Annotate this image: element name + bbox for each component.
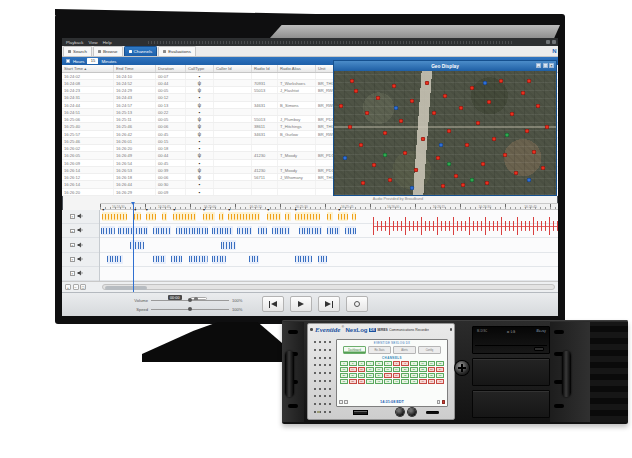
channel-cell[interactable]: 9 <box>410 361 418 366</box>
channel-cell[interactable]: 35 <box>428 373 436 378</box>
waveform-segment[interactable] <box>173 212 196 221</box>
geo-display-titlebar[interactable]: Geo Display –□× <box>334 61 556 71</box>
track-checkbox[interactable]: × <box>70 214 75 219</box>
map-marker-red[interactable] <box>426 82 429 85</box>
menu-item-help[interactable]: Help <box>103 40 112 45</box>
speaker-icon[interactable] <box>77 242 83 249</box>
map-marker-red[interactable] <box>392 84 395 87</box>
loop-button[interactable] <box>346 296 368 312</box>
channel-cell[interactable]: 23 <box>428 367 436 372</box>
channel-cell[interactable]: 45 <box>410 379 418 384</box>
map-marker-red[interactable] <box>361 181 364 184</box>
track-checkbox[interactable]: × <box>70 271 75 276</box>
volume-slider[interactable] <box>151 300 229 301</box>
timespan-checkbox[interactable] <box>66 59 70 63</box>
waveform-segment[interactable] <box>101 226 115 235</box>
column-header[interactable]: Radio Alias <box>278 65 316 72</box>
channel-cell[interactable]: 19 <box>393 367 401 372</box>
channel-cell[interactable]: 44 <box>401 379 409 384</box>
waveform-segment[interactable] <box>327 226 341 235</box>
waveform-segment[interactable] <box>295 212 320 221</box>
map-marker-red[interactable] <box>515 171 518 174</box>
geo-window-button[interactable]: × <box>549 63 554 68</box>
map-marker-red[interactable] <box>492 138 495 141</box>
map-marker-blue[interactable] <box>483 82 486 85</box>
channel-cell[interactable]: 25 <box>340 373 348 378</box>
alert-icon[interactable] <box>442 400 446 404</box>
column-header[interactable]: Start Time ▴ <box>62 65 114 72</box>
map-marker-red[interactable] <box>488 101 491 104</box>
waveform-segment[interactable] <box>203 212 215 221</box>
column-header[interactable]: Duration <box>156 65 186 72</box>
map-marker-red[interactable] <box>355 89 358 92</box>
waveform-segment[interactable] <box>352 212 357 221</box>
channel-cell[interactable]: 3 <box>358 361 366 366</box>
track-checkbox[interactable]: × <box>70 229 75 234</box>
map-marker-red[interactable] <box>444 94 447 97</box>
channel-cell[interactable]: 36 <box>436 373 444 378</box>
map-marker-green[interactable] <box>470 179 473 182</box>
channel-cell[interactable]: 32 <box>401 373 409 378</box>
map-marker-red[interactable] <box>432 112 435 115</box>
map-marker-red[interactable] <box>477 122 480 125</box>
waveform-segment[interactable] <box>189 255 207 264</box>
channel-cell[interactable]: 31 <box>393 373 401 378</box>
map-marker-red[interactable] <box>537 104 540 107</box>
map-marker-red[interactable] <box>339 104 342 107</box>
map-marker-red[interactable] <box>366 112 369 115</box>
screen-button-alerts[interactable]: Alerts <box>393 346 416 354</box>
map-marker-red[interactable] <box>526 129 529 132</box>
channel-cell[interactable]: 30 <box>384 373 392 378</box>
track-checkbox[interactable]: × <box>70 243 75 248</box>
column-header[interactable]: Caller Id <box>214 65 252 72</box>
channel-cell[interactable]: 40 <box>366 379 374 384</box>
channel-cell[interactable]: 10 <box>419 361 427 366</box>
column-header[interactable]: End Time <box>114 65 156 72</box>
rack-handle-left[interactable] <box>285 351 294 397</box>
settings-icon[interactable] <box>437 400 441 404</box>
tab-evaluations[interactable]: Evaluations <box>158 46 196 56</box>
playhead[interactable] <box>133 203 134 292</box>
menu-item-view[interactable]: View <box>88 40 97 45</box>
screen-button-config[interactable]: Config <box>418 346 441 354</box>
waveform-segment[interactable] <box>162 212 167 221</box>
map-marker-green[interactable] <box>448 163 451 166</box>
channel-cell[interactable]: 2 <box>349 361 357 366</box>
minimize-icon[interactable] <box>546 40 550 44</box>
speed-slider[interactable] <box>151 309 229 310</box>
map-marker-red[interactable] <box>528 79 531 82</box>
map-marker-red[interactable] <box>521 92 524 95</box>
channel-cell[interactable]: 41 <box>375 379 383 384</box>
channel-cell[interactable]: 8 <box>401 361 409 366</box>
speaker-icon[interactable] <box>77 213 83 220</box>
waveform-segment[interactable] <box>338 212 348 221</box>
waveform-segment[interactable] <box>318 255 327 264</box>
screen-button-re-stats[interactable]: Re-Stats <box>368 346 391 354</box>
channel-cell[interactable]: 14 <box>349 367 357 372</box>
zoom-button[interactable]: □ <box>80 284 86 290</box>
waveform-segment[interactable] <box>153 255 167 264</box>
waveform-segment[interactable] <box>212 226 233 235</box>
scrollbar-thumb[interactable] <box>105 286 147 290</box>
menu-icon[interactable] <box>344 400 348 404</box>
channel-cell[interactable]: 6 <box>384 361 392 366</box>
map-marker-red[interactable] <box>441 185 444 188</box>
channel-cell[interactable]: 15 <box>358 367 366 372</box>
map-marker-red[interactable] <box>470 87 473 90</box>
map-marker-red[interactable] <box>541 166 544 169</box>
map-marker-red[interactable] <box>503 154 506 157</box>
volume-knob-hardware[interactable] <box>396 408 404 416</box>
channel-cell[interactable]: 5 <box>375 361 383 366</box>
waveform-segment[interactable] <box>146 212 156 221</box>
map-marker-blue[interactable] <box>344 156 347 159</box>
waveform-segment[interactable] <box>228 212 260 221</box>
timeline-ruler[interactable]: 16:24:3016:24:4516:25:0016:25:1516:25:30… <box>100 203 558 210</box>
waveform-segment[interactable] <box>171 255 182 264</box>
channel-cell[interactable]: 18 <box>384 367 392 372</box>
waveform-segment[interactable] <box>258 226 267 235</box>
column-header[interactable]: Radio Id <box>252 65 278 72</box>
channel-cell[interactable]: 34 <box>419 373 427 378</box>
horizontal-scrollbar[interactable] <box>102 284 555 290</box>
waveform-segment[interactable] <box>267 212 281 221</box>
map-marker-red[interactable] <box>486 181 489 184</box>
